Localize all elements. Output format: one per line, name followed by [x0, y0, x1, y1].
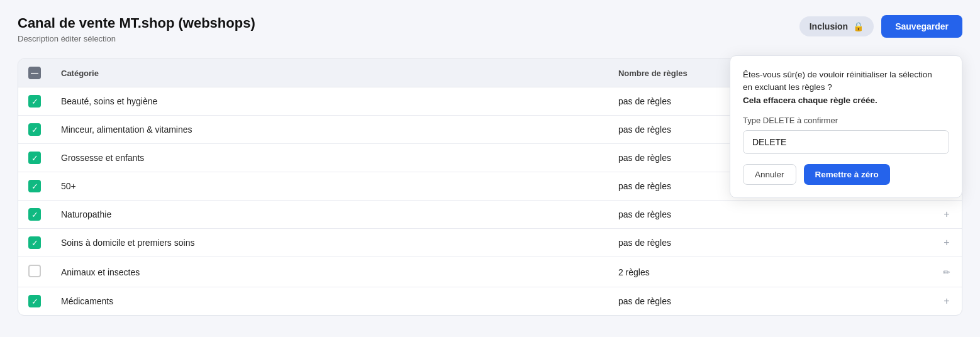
inclusion-button[interactable]: Inclusion 🔒	[799, 16, 874, 36]
page-container: Canal de vente MT.shop (webshops) Descri…	[0, 0, 980, 331]
checkbox-cell[interactable]	[18, 257, 51, 287]
page-subtitle: Description éditer sélection	[18, 34, 255, 43]
header-left: Canal de vente MT.shop (webshops) Descri…	[18, 15, 255, 43]
checkbox-checked[interactable]: ✓	[28, 95, 41, 108]
checkbox-cell[interactable]: ✓	[18, 201, 51, 229]
category-cell: Animaux et insectes	[51, 257, 608, 287]
category-cell: Beauté, soins et hygiène	[51, 87, 608, 116]
actions-cell[interactable]: ✏	[932, 257, 962, 287]
checkbox-checked[interactable]: ✓	[28, 180, 41, 192]
delete-confirm-input[interactable]	[743, 130, 949, 154]
popover-text: Êtes-vous sûr(e) de vouloir réinitialise…	[743, 69, 949, 107]
popover-text-line2: en excluant les règles ?	[743, 82, 832, 92]
checkbox-cell[interactable]: ✓	[18, 116, 51, 144]
reset-button[interactable]: Remettre à zéro	[804, 164, 890, 185]
table-row: ✓Naturopathiepas de règles+	[18, 201, 962, 229]
rules-cell: pas de règles	[608, 201, 932, 229]
header-checkbox[interactable]: —	[28, 67, 41, 79]
header-checkbox-cell: —	[18, 59, 51, 87]
table-row: Animaux et insectes2 règles✏	[18, 257, 962, 287]
popover-actions: Annuler Remettre à zéro	[743, 164, 949, 185]
header-right: Inclusion 🔒 Sauvegarder	[799, 15, 962, 38]
category-cell: Médicaments	[51, 287, 608, 316]
add-icon[interactable]: +	[944, 209, 949, 219]
checkbox-cell[interactable]: ✓	[18, 87, 51, 116]
category-cell: Grossesse et enfants	[51, 144, 608, 172]
checkbox-checked[interactable]: ✓	[28, 208, 41, 221]
rules-cell: pas de règles	[608, 229, 932, 257]
category-cell: Naturopathie	[51, 201, 608, 229]
popover: Êtes-vous sûr(e) de vouloir réinitialise…	[730, 55, 962, 198]
table-row: ✓Soins à domicile et premiers soinspas d…	[18, 229, 962, 257]
add-icon[interactable]: +	[944, 296, 949, 306]
lock-icon: 🔒	[853, 21, 864, 31]
actions-cell[interactable]: +	[932, 287, 962, 316]
page-title: Canal de vente MT.shop (webshops)	[18, 15, 255, 31]
checkbox-cell[interactable]: ✓	[18, 287, 51, 316]
actions-cell[interactable]: +	[932, 229, 962, 257]
header: Canal de vente MT.shop (webshops) Descri…	[18, 15, 962, 43]
popover-text-bold: Cela effacera chaque règle créée.	[743, 96, 877, 105]
table-row: ✓Médicamentspas de règles+	[18, 287, 962, 316]
save-button[interactable]: Sauvegarder	[881, 15, 962, 38]
rules-cell: 2 règles	[608, 257, 932, 287]
checkbox-checked[interactable]: ✓	[28, 123, 41, 136]
popover-text-line1: Êtes-vous sûr(e) de vouloir réinitialise…	[743, 70, 932, 79]
add-icon[interactable]: +	[944, 237, 949, 248]
checkbox-cell[interactable]: ✓	[18, 229, 51, 257]
actions-cell[interactable]: +	[932, 201, 962, 229]
inclusion-label: Inclusion	[810, 21, 848, 31]
edit-icon[interactable]: ✏	[943, 267, 950, 277]
checkbox-checked[interactable]: ✓	[28, 152, 41, 164]
category-cell: Soins à domicile et premiers soins	[51, 229, 608, 257]
popover-label: Type DELETE à confirmer	[743, 116, 949, 125]
checkbox-checked[interactable]: ✓	[28, 236, 41, 249]
category-cell: 50+	[51, 172, 608, 201]
checkbox-checked[interactable]: ✓	[28, 295, 41, 307]
category-cell: Minceur, alimentation & vitamines	[51, 116, 608, 144]
checkbox-cell[interactable]: ✓	[18, 144, 51, 172]
cancel-button[interactable]: Annuler	[743, 164, 796, 185]
col-category-header: Catégorie	[51, 59, 608, 87]
checkbox-cell[interactable]: ✓	[18, 172, 51, 201]
checkbox-unchecked[interactable]	[28, 265, 41, 277]
rules-cell: pas de règles	[608, 287, 932, 316]
